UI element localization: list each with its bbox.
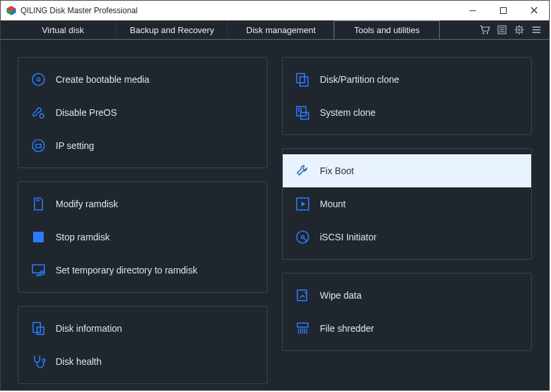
item-label: Disk information: [56, 323, 122, 334]
item-modify-ramdisk[interactable]: Modify ramdisk: [19, 187, 267, 220]
item-label: IP setting: [56, 140, 94, 151]
sdcard-icon: [28, 196, 49, 212]
item-label: Disk health: [56, 356, 101, 367]
svg-point-8: [487, 32, 488, 34]
item-temp-dir-ramdisk[interactable]: Set temporary directory to ramdisk: [19, 254, 267, 287]
tab-backup-recovery[interactable]: Backup and Recovery: [116, 21, 228, 39]
svg-point-33: [32, 140, 44, 152]
item-create-bootable-media[interactable]: Create bootable media: [19, 63, 267, 96]
item-stop-ramdisk[interactable]: Stop ramdisk: [19, 220, 267, 254]
svg-rect-46: [297, 74, 305, 83]
disk-doc-icon: [28, 320, 49, 336]
left-column: Create bootable media Disable PreOS IP s…: [18, 57, 268, 384]
svg-point-13: [517, 27, 523, 33]
item-label: Mount: [320, 199, 346, 209]
item-label: System clone: [320, 107, 376, 118]
item-disk-partition-clone[interactable]: Disk/Partition clone: [283, 63, 531, 96]
svg-rect-34: [36, 144, 41, 148]
item-wipe-data[interactable]: Wipe data: [283, 279, 531, 312]
item-fix-boot[interactable]: Fix Boot: [283, 154, 531, 187]
item-label: Stop ramdisk: [56, 232, 110, 242]
item-label: File shredder: [320, 323, 374, 334]
svg-point-27: [37, 78, 40, 81]
tab-label: Disk management: [246, 25, 316, 35]
item-file-shredder[interactable]: File shredder: [283, 312, 531, 345]
tab-strip: Virtual disk Backup and Recovery Disk ma…: [1, 21, 549, 39]
item-label: Disk/Partition clone: [320, 74, 399, 85]
tab-tools-utilities[interactable]: Tools and utilities: [334, 21, 440, 39]
system-clone-icon: [292, 105, 313, 121]
disc-icon: [28, 72, 49, 87]
window-title: QILING Disk Master Professional: [21, 6, 458, 15]
window-controls: [458, 1, 549, 20]
app-logo-icon: [6, 5, 17, 16]
svg-rect-47: [300, 77, 308, 86]
toolbar-icons: [475, 21, 549, 39]
clone-icon: [292, 72, 313, 87]
item-label: Fix Boot: [320, 166, 354, 176]
item-label: Set temporary directory to ramdisk: [56, 265, 197, 275]
minimize-button[interactable]: [458, 1, 488, 20]
svg-rect-4: [501, 7, 507, 13]
stop-icon: [28, 230, 49, 244]
svg-rect-49: [299, 109, 301, 111]
tab-disk-management[interactable]: Disk management: [228, 21, 334, 39]
main-panel: Create bootable media Disable PreOS IP s…: [1, 40, 549, 392]
item-system-clone[interactable]: System clone: [283, 96, 531, 129]
network-icon: [28, 138, 49, 154]
item-label: Wipe data: [320, 290, 362, 301]
group-clone: Disk/Partition clone System clone: [282, 57, 532, 135]
gear-icon[interactable]: [513, 24, 525, 36]
svg-line-21: [522, 26, 523, 28]
svg-point-14: [519, 29, 521, 31]
svg-rect-39: [32, 265, 44, 273]
item-iscsi-initiator[interactable]: iSCSI Initiator: [283, 220, 531, 254]
play-icon: [292, 197, 313, 211]
tab-virtual-disk[interactable]: Virtual disk: [10, 21, 116, 39]
group-disk-info: Disk information Disk health: [18, 306, 268, 384]
item-label: iSCSI Initiator: [320, 232, 377, 242]
right-column: Disk/Partition clone System clone Fix Bo…: [282, 57, 532, 384]
tab-label: Tools and utilities: [354, 25, 420, 35]
disk-spin-icon: [292, 229, 313, 245]
item-label: Create bootable media: [56, 74, 150, 85]
tab-label: Backup and Recovery: [130, 25, 214, 35]
svg-point-28: [40, 114, 44, 118]
list-icon[interactable]: [496, 24, 508, 36]
svg-line-22: [516, 32, 517, 34]
item-label: Modify ramdisk: [56, 199, 118, 209]
app-window: QILING Disk Master Professional Virtual …: [0, 0, 550, 391]
item-mount[interactable]: Mount: [283, 187, 531, 220]
svg-point-7: [483, 32, 484, 34]
monitor-gear-icon: [28, 262, 49, 278]
svg-line-20: [522, 32, 523, 34]
item-ip-setting[interactable]: IP setting: [19, 129, 267, 162]
svg-rect-56: [297, 323, 308, 327]
group-boot: Create bootable media Disable PreOS IP s…: [18, 57, 268, 168]
item-disk-information[interactable]: Disk information: [19, 312, 267, 345]
titlebar: QILING Disk Master Professional: [1, 1, 549, 21]
menu-icon[interactable]: [530, 24, 542, 36]
maximize-button[interactable]: [488, 1, 519, 20]
eraser-icon: [292, 287, 313, 303]
wrench-gear-icon: [28, 105, 49, 121]
tab-label: Virtual disk: [42, 25, 83, 35]
svg-point-54: [301, 236, 304, 238]
group-utility: Fix Boot Mount iSCSI Initiator: [282, 148, 532, 260]
svg-marker-52: [301, 201, 305, 207]
close-button[interactable]: [519, 1, 549, 20]
group-ramdisk: Modify ramdisk Stop ramdisk Set temporar…: [18, 181, 268, 293]
item-disable-preos[interactable]: Disable PreOS: [19, 96, 267, 129]
svg-point-45: [42, 359, 45, 362]
cart-icon[interactable]: [479, 24, 491, 36]
item-label: Disable PreOS: [56, 107, 117, 118]
svg-rect-38: [33, 232, 44, 242]
wrench-icon: [292, 163, 313, 179]
stethoscope-icon: [28, 354, 49, 369]
item-disk-health[interactable]: Disk health: [19, 345, 267, 378]
shredder-icon: [292, 320, 313, 336]
group-wipe: Wipe data File shredder: [282, 273, 532, 351]
svg-line-19: [516, 26, 517, 28]
